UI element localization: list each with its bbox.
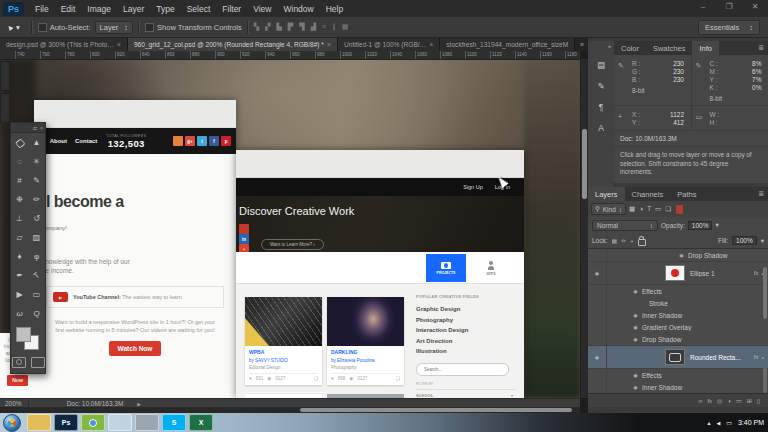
tool-button[interactable]: ✳ xyxy=(28,152,45,171)
taskbar-app-icon[interactable]: X xyxy=(189,414,213,431)
effect-row-gradient-overlay[interactable]: ◉ Gradient Overlay xyxy=(588,321,768,333)
taskbar-app-icon[interactable] xyxy=(135,414,159,431)
tool-button[interactable]: ♦ xyxy=(11,247,28,266)
align-icon[interactable]: ▛ xyxy=(288,23,293,31)
watch-now-button-partial[interactable]: Now xyxy=(7,375,28,386)
search-input[interactable] xyxy=(416,363,509,376)
panel-menu-icon[interactable]: ≣ xyxy=(758,44,768,52)
projects-tab[interactable]: PROJECTS xyxy=(426,254,466,282)
align-icon[interactable]: ≡ xyxy=(322,23,326,31)
layers-action-icon[interactable]: ▭ xyxy=(736,397,742,404)
scrollbar-thumb[interactable] xyxy=(300,408,572,412)
panel-scrollbar-thumb[interactable] xyxy=(763,367,767,393)
layer-row-rounded-rectangle[interactable]: ◉ Rounded Recta... fx ▴ xyxy=(588,345,768,369)
project-card[interactable]: WPBA by SAVVY STUDIO Editorial Design ♥8… xyxy=(245,297,322,385)
panel-scrollbar-thumb[interactable] xyxy=(763,267,767,319)
eye-icon[interactable]: ◉ xyxy=(588,346,607,368)
spinner-icon[interactable]: ▾ xyxy=(715,221,718,229)
quick-mask-button[interactable] xyxy=(12,357,26,368)
toolbar-close-icon[interactable]: × xyxy=(40,125,43,131)
vertical-panel-tab[interactable] xyxy=(0,93,10,123)
menu-item[interactable]: Image xyxy=(81,4,117,14)
lock-all-icon[interactable] xyxy=(638,239,646,246)
tool-button[interactable]: ▱ xyxy=(11,228,28,247)
panel-menu-icon[interactable]: ≣ xyxy=(758,190,768,198)
eye-icon[interactable]: ◉ xyxy=(629,312,642,318)
social-icon[interactable]: t xyxy=(197,136,207,146)
spinner-icon[interactable]: ▾ xyxy=(761,237,764,245)
tab-channels[interactable]: Channels xyxy=(625,187,671,201)
menu-item[interactable]: Help xyxy=(320,4,349,14)
volume-icon[interactable]: ◀ xyxy=(716,420,720,426)
tab-swatches[interactable]: Swatches xyxy=(646,41,693,55)
zoom-level-field[interactable]: 200% xyxy=(0,400,29,407)
tool-button[interactable]: ▶ xyxy=(11,285,28,304)
filter-kind-dropdown[interactable]: ⚲Kind↕ xyxy=(591,203,626,215)
menu-item[interactable]: Layer xyxy=(117,4,150,14)
creative-field-link[interactable]: Interaction Design xyxy=(416,325,516,336)
filter-toggle[interactable] xyxy=(676,205,683,214)
tab-color[interactable]: Color xyxy=(614,41,646,55)
layer-filter-icon[interactable]: ▦ xyxy=(629,205,635,213)
layer-filter-icon[interactable]: T xyxy=(647,205,651,213)
doc-tab-untitled[interactable]: Untitled-1 @ 100% (RGB/…× xyxy=(338,37,440,51)
lock-transparency-icon[interactable]: ▦ xyxy=(612,237,618,244)
bookmark-icon[interactable]: ❏ xyxy=(396,376,400,381)
taskbar-app-icon[interactable] xyxy=(108,414,132,431)
tab-close-icon[interactable]: × xyxy=(117,41,121,48)
effect-row-inner-shadow[interactable]: ◉ Inner Shadow xyxy=(588,381,768,393)
eye-icon[interactable]: ◉ xyxy=(629,384,642,390)
restore-button[interactable]: ❐ xyxy=(719,2,739,11)
fill-value[interactable]: 100% xyxy=(732,236,757,245)
eye-icon[interactable]: ◉ xyxy=(629,324,642,330)
tool-button[interactable]: Q xyxy=(28,304,45,323)
nav-link[interactable]: About xyxy=(50,138,67,144)
panel-icon[interactable]: ▤ xyxy=(592,57,610,72)
expand-panels-icon[interactable]: » xyxy=(605,41,614,51)
layer-thumbnail[interactable] xyxy=(665,349,685,365)
tool-button[interactable]: ω xyxy=(11,304,28,323)
toolbar-toggle-icon[interactable]: ⇄ xyxy=(33,125,37,131)
effects-header-row[interactable]: ◉ Effects xyxy=(588,369,768,381)
auto-select-checkbox[interactable] xyxy=(38,23,47,32)
align-icon[interactable]: ▦ xyxy=(342,23,349,31)
layer-effect-row[interactable]: ◉ Drop Shadow xyxy=(588,249,768,261)
foreground-color-swatch[interactable] xyxy=(16,327,31,342)
fx-badge[interactable]: fx xyxy=(754,354,759,360)
doc-tab-stockfresh[interactable]: stockfresh_131944_modern_office_sizeM xyxy=(440,37,575,51)
filter-row[interactable]: SCHOOL▾ xyxy=(416,389,516,398)
creative-field-link[interactable]: Art Direction xyxy=(416,336,516,347)
taskbar-app-icon[interactable]: S xyxy=(162,414,186,431)
canvas[interactable]: gAboutContact TOTAL FOLLOWERS 132,503 g+… xyxy=(0,59,580,398)
visibility-column[interactable] xyxy=(588,249,607,261)
eye-icon[interactable]: ◉ xyxy=(675,252,688,258)
move-tool-preset[interactable]: ▲▾ xyxy=(0,23,26,32)
clock[interactable]: 3:40 PM xyxy=(738,419,764,426)
social-icon[interactable] xyxy=(173,136,183,146)
menu-item[interactable]: Window xyxy=(277,4,319,14)
menu-item[interactable]: Filter xyxy=(216,4,247,14)
taskbar-app-icon[interactable]: Ps xyxy=(54,414,78,431)
tool-button[interactable]: # xyxy=(11,171,28,190)
align-icon[interactable]: ▜ xyxy=(299,23,304,31)
layer-filter-icon[interactable]: ❏ xyxy=(665,205,671,213)
doc-tab-960-grid[interactable]: 960_grid_12_col.psd @ 200% (Rounded Rect… xyxy=(128,37,338,51)
layer-filter-icon[interactable]: ▭ xyxy=(655,205,661,213)
auto-select-target-dropdown[interactable]: Layer↕ xyxy=(95,21,134,34)
effect-row-stroke[interactable]: Stroke xyxy=(588,297,768,309)
menu-item[interactable]: Edit xyxy=(55,4,82,14)
tray-expand-icon[interactable]: ▴ xyxy=(707,419,710,426)
show-transform-checkbox[interactable] xyxy=(145,23,154,32)
creative-field-link[interactable]: Illustration xyxy=(416,346,516,357)
tool-button[interactable]: ✏ xyxy=(28,190,45,209)
panel-icon[interactable]: ✎ xyxy=(592,78,610,93)
lock-position-icon[interactable]: + xyxy=(630,238,634,244)
learn-more-button[interactable]: Want to Learn More? › xyxy=(261,239,324,250)
creative-field-link[interactable]: Photography xyxy=(416,315,516,326)
layers-action-icon[interactable]: ◑ xyxy=(727,398,731,404)
social-icon[interactable] xyxy=(239,224,249,234)
vertical-panel-tab[interactable] xyxy=(0,61,10,91)
menu-item[interactable]: View xyxy=(247,4,277,14)
layer-filter-icon[interactable]: ◑ xyxy=(639,205,643,213)
layer-thumbnail[interactable] xyxy=(665,265,685,281)
